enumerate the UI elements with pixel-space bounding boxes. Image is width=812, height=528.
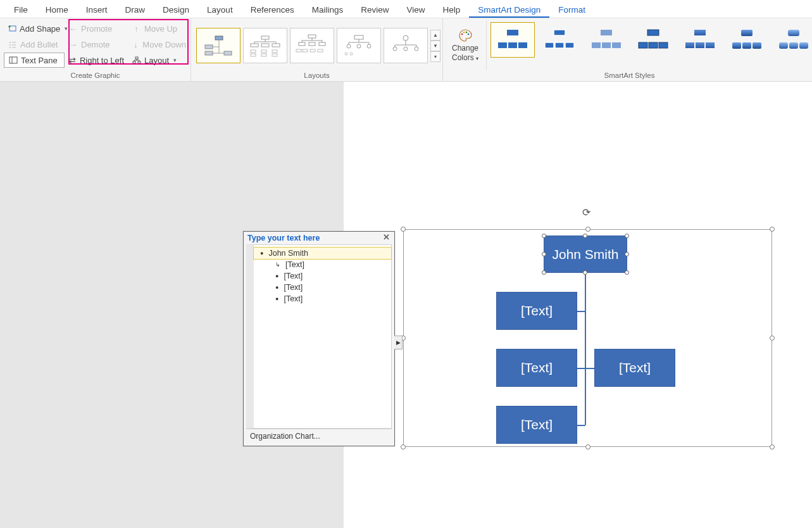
style-option-7[interactable]: [771, 22, 812, 58]
list-item[interactable]: ●[Text]: [254, 282, 391, 293]
layout-option-4[interactable]: [337, 28, 381, 63]
svg-rect-100: [799, 42, 808, 49]
menu-layout[interactable]: Layout: [198, 1, 242, 18]
group-smartart-styles: Change Colors ▾ SmartArt Styles: [443, 18, 812, 81]
svg-point-7: [9, 47, 11, 48]
list-item[interactable]: ↳[Text]: [254, 259, 391, 270]
smartart-text-pane[interactable]: Type your text here ✕ ●John Smith ↳[Text…: [243, 231, 395, 446]
resize-handle[interactable]: [401, 227, 406, 232]
shape-handle[interactable]: [583, 234, 587, 238]
menu-mailings[interactable]: Mailings: [303, 1, 353, 18]
resize-handle[interactable]: [585, 444, 590, 449]
node-text: [Text]: [521, 303, 553, 318]
style-option-3[interactable]: [584, 22, 628, 58]
svg-rect-89: [694, 30, 706, 35]
resize-handle[interactable]: [770, 444, 775, 449]
style-option-1[interactable]: [490, 22, 535, 58]
svg-point-54: [367, 44, 371, 48]
node-text: [Text]: [619, 360, 651, 375]
rotate-handle-icon[interactable]: ⟳: [582, 206, 590, 218]
connector: [577, 311, 585, 312]
menu-smartart-design[interactable]: SmartArt Design: [469, 1, 549, 18]
svg-rect-82: [592, 42, 601, 48]
menu-references[interactable]: References: [242, 1, 303, 18]
close-icon[interactable]: ✕: [382, 234, 390, 242]
org-node-child[interactable]: [Text]: [496, 349, 577, 387]
svg-rect-86: [639, 42, 647, 48]
change-colors-button[interactable]: Change Colors ▾: [447, 21, 484, 69]
right-to-left-button[interactable]: ⇄ Right to Left: [65, 53, 128, 68]
text-pane-list[interactable]: ●John Smith ↳[Text] ●[Text] ●[Text] ●[Te…: [246, 244, 392, 429]
layout-option-5[interactable]: [384, 28, 428, 63]
menu-file[interactable]: File: [5, 1, 37, 18]
text-pane-footer[interactable]: Organization Chart...: [246, 429, 392, 443]
svg-rect-32: [251, 54, 256, 56]
resize-handle[interactable]: [770, 336, 775, 341]
smartart-frame[interactable]: ⟳ John Smith [Text] [Text] [Text] [: [403, 229, 772, 447]
shape-handle[interactable]: [625, 252, 629, 256]
svg-rect-91: [696, 42, 704, 48]
org-node-child[interactable]: [Text]: [496, 406, 577, 444]
menu-help[interactable]: Help: [434, 1, 470, 18]
svg-rect-39: [308, 35, 316, 38]
add-bullet-label: Add Bullet: [20, 40, 58, 49]
shape-handle[interactable]: [625, 270, 629, 275]
bullet-icon: ●: [275, 296, 278, 302]
svg-rect-81: [601, 30, 612, 35]
svg-rect-77: [554, 30, 565, 35]
org-node-child[interactable]: [Text]: [594, 349, 675, 387]
add-shape-button[interactable]: Add Shape ▾: [4, 21, 65, 36]
layouts-scroll: ▲ ▼ ▾: [430, 30, 440, 62]
menu-draw[interactable]: Draw: [116, 1, 154, 18]
styles-gallery: [489, 21, 812, 70]
layouts-expand[interactable]: ▾: [430, 51, 440, 62]
promote-button[interactable]: ← Promote: [65, 21, 128, 36]
add-bullet-button[interactable]: Add Bullet: [4, 37, 65, 52]
menu-design[interactable]: Design: [154, 1, 198, 18]
shape-handle[interactable]: [625, 234, 629, 238]
list-item[interactable]: ●[Text]: [254, 293, 391, 305]
move-down-button[interactable]: ↓ Move Down: [128, 37, 190, 52]
demote-button[interactable]: → Demote: [65, 37, 128, 52]
org-node-root[interactable]: John Smith: [544, 236, 627, 273]
style-option-5[interactable]: [678, 22, 722, 58]
shape-handle[interactable]: [542, 234, 546, 238]
layouts-scroll-up[interactable]: ▲: [430, 30, 440, 41]
shape-handle[interactable]: [542, 270, 546, 275]
org-node-assistant[interactable]: [Text]: [496, 292, 577, 330]
resize-handle[interactable]: [585, 227, 590, 232]
resize-handle[interactable]: [401, 444, 406, 449]
add-bullet-icon: [8, 40, 17, 49]
move-up-button[interactable]: ↑ Move Up: [128, 21, 190, 36]
layouts-scroll-down[interactable]: ▼: [430, 41, 440, 51]
menu-insert[interactable]: Insert: [77, 1, 116, 18]
layout-option-3[interactable]: [290, 28, 334, 63]
shape-handle[interactable]: [583, 270, 587, 275]
group-label-styles: SmartArt Styles: [447, 70, 812, 80]
svg-point-5: [9, 44, 11, 46]
list-item[interactable]: ●[Text]: [254, 270, 391, 282]
style-option-6[interactable]: [725, 22, 769, 58]
right-to-left-label: Right to Left: [80, 56, 124, 65]
svg-rect-95: [742, 42, 751, 49]
layout-option-1[interactable]: [196, 28, 240, 63]
layout-option-2[interactable]: [243, 28, 287, 63]
list-item[interactable]: ●John Smith: [253, 247, 392, 260]
svg-rect-45: [310, 49, 315, 52]
menu-format[interactable]: Format: [549, 1, 594, 18]
shape-handle[interactable]: [542, 252, 546, 256]
layout-button[interactable]: Layout ▾: [128, 53, 190, 68]
style-option-4[interactable]: [631, 22, 675, 58]
svg-point-62: [393, 47, 397, 51]
menu-view[interactable]: View: [397, 1, 434, 18]
workspace: Type your text here ✕ ●John Smith ↳[Text…: [0, 82, 812, 528]
svg-rect-87: [649, 42, 658, 48]
menu-home[interactable]: Home: [37, 1, 77, 18]
style-option-2[interactable]: [537, 22, 582, 58]
menu-review[interactable]: Review: [352, 1, 397, 18]
list-item-text: [Text]: [284, 272, 303, 280]
text-pane-button[interactable]: Text Pane: [4, 53, 65, 68]
resize-handle[interactable]: [770, 227, 775, 232]
layouts-gallery: [195, 27, 429, 65]
text-pane-collapse-button[interactable]: ▶: [394, 336, 403, 349]
